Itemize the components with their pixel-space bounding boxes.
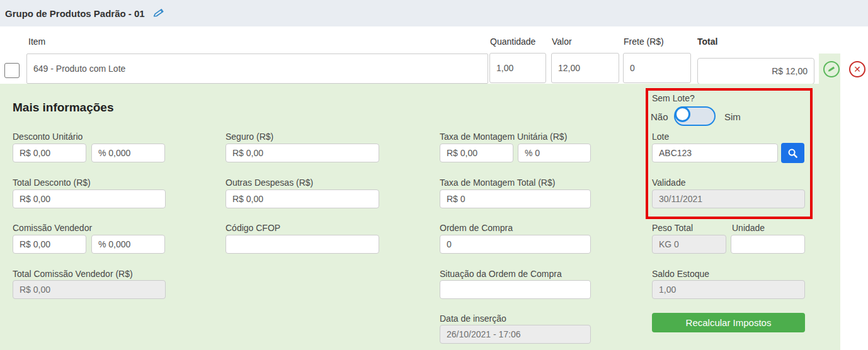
page-title: Grupo de Produtos Padrão - 01 xyxy=(5,8,145,19)
column-header-total: Total xyxy=(697,37,717,47)
toggle-knob xyxy=(675,106,690,122)
recalcular-impostos-button[interactable]: Recalcular Impostos xyxy=(652,313,805,332)
taxa-montagem-unitaria-label: Taxa de Montagem Unitária (R$) xyxy=(440,132,567,142)
ordem-compra-input[interactable] xyxy=(440,235,591,254)
comissao-vendedor-pct-input[interactable] xyxy=(91,235,165,254)
unidade-label: Unidade xyxy=(732,223,765,233)
desconto-unitario-rs-input[interactable] xyxy=(13,144,86,162)
quantidade-input[interactable] xyxy=(489,53,546,83)
situacao-ordem-input[interactable] xyxy=(440,280,591,299)
taxa-montagem-total-label: Taxa de Montagem Total (R$) xyxy=(440,178,555,188)
more-info-panel xyxy=(0,84,840,350)
valor-input[interactable] xyxy=(551,53,619,83)
total-input[interactable] xyxy=(697,58,814,84)
column-header-frete: Frete (R$) xyxy=(624,37,664,47)
sem-lote-label: Sem Lote? xyxy=(652,93,695,103)
comissao-vendedor-rs-input[interactable] xyxy=(13,235,86,254)
edit-title-icon[interactable] xyxy=(152,7,165,20)
saldo-estoque-input xyxy=(652,280,805,299)
taxa-montagem-total-input[interactable] xyxy=(440,189,591,208)
outras-despesas-label: Outras Despesas (R$) xyxy=(226,178,313,188)
lote-search-button[interactable] xyxy=(781,143,804,163)
item-input[interactable] xyxy=(26,54,488,84)
pencil-icon xyxy=(827,65,836,74)
comissao-vendedor-label: Comissão Vendedor xyxy=(13,223,92,233)
frete-input[interactable] xyxy=(623,53,691,83)
desconto-unitario-label: Desconto Unitário xyxy=(13,132,83,142)
row-edit-button[interactable] xyxy=(823,61,840,77)
validade-input xyxy=(652,189,805,208)
ordem-compra-label: Ordem de Compra xyxy=(440,223,513,233)
toggle-off-label: Não xyxy=(651,111,668,122)
toggle-on-label: Sim xyxy=(724,111,741,122)
situacao-ordem-label: Situação da Ordem de Compra xyxy=(440,269,562,279)
row-delete-button[interactable]: ✕ xyxy=(849,61,865,77)
codigo-cfop-label: Código CFOP xyxy=(226,223,280,233)
total-desconto-input[interactable] xyxy=(13,189,166,208)
outras-despesas-input[interactable] xyxy=(226,189,379,208)
total-comissao-input xyxy=(13,280,166,299)
page-header: Grupo de Produtos Padrão - 01 xyxy=(0,0,868,26)
lote-input[interactable] xyxy=(652,144,778,162)
seguro-label: Seguro (R$) xyxy=(226,132,273,142)
peso-total-label: Peso Total xyxy=(652,223,693,233)
sem-lote-toggle[interactable] xyxy=(674,106,716,126)
seguro-input[interactable] xyxy=(226,144,379,162)
search-icon xyxy=(787,148,798,159)
column-header-valor: Valor xyxy=(552,37,572,47)
column-header-item: Item xyxy=(28,37,45,47)
column-header-quantidade: Quantidade xyxy=(490,37,535,47)
product-group-form: Grupo de Produtos Padrão - 01 Item Quant… xyxy=(0,0,868,350)
peso-total-input xyxy=(652,235,726,254)
saldo-estoque-label: Saldo Estoque xyxy=(652,269,709,279)
total-comissao-label: Total Comissão Vendedor (R$) xyxy=(13,269,133,279)
data-insercao-input xyxy=(440,325,591,344)
data-insercao-label: Data de inserção xyxy=(440,313,506,324)
validade-label: Validade xyxy=(652,178,685,188)
total-desconto-label: Total Desconto (R$) xyxy=(13,178,91,188)
section-heading: Mais informações xyxy=(13,101,114,115)
lote-label: Lote xyxy=(652,132,669,142)
taxa-montagem-unitaria-pct-input[interactable] xyxy=(518,144,591,162)
x-icon: ✕ xyxy=(854,65,861,74)
unidade-input[interactable] xyxy=(731,235,805,254)
desconto-unitario-pct-input[interactable] xyxy=(91,144,165,162)
taxa-montagem-unitaria-rs-input[interactable] xyxy=(440,144,513,162)
row-checkbox[interactable] xyxy=(4,63,20,78)
codigo-cfop-input[interactable] xyxy=(226,235,379,254)
